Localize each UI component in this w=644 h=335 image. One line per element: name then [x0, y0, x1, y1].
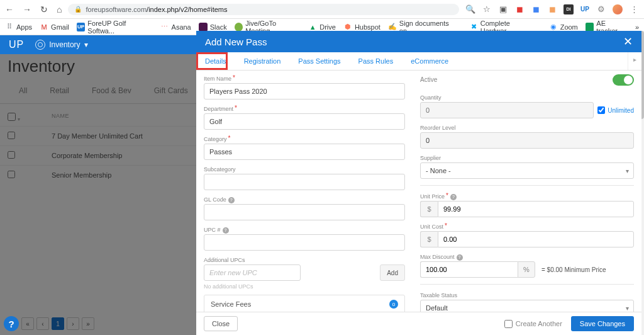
- pagination: « ‹ 1 › »: [21, 317, 94, 330]
- close-icon[interactable]: ✕: [623, 35, 633, 48]
- info-icon[interactable]: ?: [223, 227, 229, 234]
- row-checkbox[interactable]: [8, 171, 15, 178]
- tab-giftcards[interactable]: Gift Cards: [143, 81, 199, 103]
- subcategory-label: Subcategory: [204, 166, 236, 173]
- unit-price-input[interactable]: [438, 201, 634, 217]
- bookmark-gmail[interactable]: MGmail: [40, 23, 69, 31]
- select-all-checkbox[interactable]: [8, 113, 16, 121]
- save-button[interactable]: Save Changes: [571, 316, 634, 331]
- add-pass-modal: Add New Pass ✕ Details Registration Pass…: [196, 31, 641, 335]
- add-upc-button[interactable]: Add: [380, 264, 405, 281]
- unlimited-checkbox[interactable]: [597, 106, 605, 114]
- quantity-label: Quantity: [420, 94, 441, 101]
- inventory-dropdown[interactable]: Inventory ▾: [35, 40, 87, 50]
- max-discount-input[interactable]: [420, 261, 518, 278]
- info-icon[interactable]: ?: [228, 197, 235, 203]
- tab-scroll-right[interactable]: ▸: [628, 52, 641, 70]
- ext-icon-up[interactable]: UP: [580, 4, 590, 14]
- ext-icon-6[interactable]: ⚙: [596, 4, 606, 14]
- tab-retail[interactable]: Retail: [38, 81, 80, 103]
- page-next[interactable]: ›: [67, 317, 79, 330]
- modal-tab-settings[interactable]: Pass Settings: [289, 52, 349, 70]
- active-label: Active: [420, 76, 437, 83]
- ext-icon-3[interactable]: ◼: [531, 4, 541, 14]
- chevron-down-icon: ▾: [84, 40, 88, 49]
- bookmark-slack[interactable]: Slack: [199, 23, 227, 31]
- service-fees-badge: 0: [389, 300, 398, 309]
- gl-code-label: GL Code: [204, 196, 226, 203]
- unit-cost-label: Unit Cost: [420, 224, 443, 230]
- quantity-input[interactable]: [420, 102, 594, 118]
- create-another-checkbox[interactable]: [504, 320, 513, 328]
- unlimited-checkbox-wrap[interactable]: Unlimited: [597, 102, 634, 118]
- ext-icon-4[interactable]: ◼: [547, 4, 557, 14]
- reorder-input[interactable]: [420, 132, 634, 149]
- unit-cost-input[interactable]: [438, 231, 634, 247]
- forward-icon[interactable]: →: [23, 4, 31, 14]
- modal-title: Add New Pass: [205, 37, 267, 47]
- tab-all[interactable]: All: [8, 81, 38, 103]
- url-bar[interactable]: 🔒 foreupsoftware.com/index.php/v2/home#i…: [68, 4, 459, 15]
- taxable-status-select[interactable]: Default: [420, 300, 634, 312]
- select-chevron-icon[interactable]: ▾: [18, 116, 21, 122]
- supplier-select[interactable]: - None -: [420, 162, 634, 179]
- info-icon[interactable]: ?: [457, 254, 463, 261]
- additional-upc-input[interactable]: [204, 264, 301, 281]
- menu-icon[interactable]: ⋮: [629, 4, 639, 14]
- bookmark-apps[interactable]: ⠿Apps: [5, 23, 32, 31]
- back-icon[interactable]: ←: [5, 4, 14, 14]
- modal-tab-details[interactable]: Details: [196, 52, 235, 70]
- search-tab-icon[interactable]: 🔍: [465, 4, 475, 14]
- modal-tab-rules[interactable]: Pass Rules: [350, 52, 402, 70]
- category-input[interactable]: [204, 144, 405, 160]
- row-checkbox[interactable]: [8, 132, 15, 139]
- logo[interactable]: UP: [9, 39, 24, 50]
- currency-symbol: $: [420, 231, 438, 247]
- reorder-label: Reorder Level: [420, 125, 456, 131]
- no-upc-text: No additional UPCs: [204, 283, 405, 290]
- taxable-status-label: Taxable Status: [420, 292, 457, 298]
- bookmark-hubspot[interactable]: ⬢Hubspot: [343, 23, 380, 31]
- lock-icon: 🔒: [74, 6, 82, 13]
- column-header-name: NAME: [52, 113, 69, 122]
- subcategory-input[interactable]: [204, 174, 405, 190]
- star-icon[interactable]: ☆: [482, 4, 492, 14]
- home-icon[interactable]: ⌂: [57, 4, 62, 14]
- service-fees-header[interactable]: Service Fees 0: [204, 295, 404, 312]
- max-discount-label: Max Discount: [420, 254, 455, 260]
- upc-label: UPC #: [204, 227, 221, 233]
- bookmark-foreup[interactable]: UPForeUP Golf Softwa...: [77, 20, 153, 35]
- page-1[interactable]: 1: [52, 317, 64, 330]
- reload-icon[interactable]: ↻: [40, 4, 48, 14]
- row-checkbox[interactable]: [8, 151, 15, 159]
- create-another-wrap[interactable]: Create Another: [504, 320, 562, 328]
- min-price-text: = $0.00 Minimum Price: [541, 266, 606, 273]
- modal-tab-ecommerce[interactable]: eCommerce: [402, 52, 457, 70]
- item-name-input[interactable]: [204, 83, 405, 99]
- other-bookmarks-icon[interactable]: »: [635, 23, 639, 31]
- help-button[interactable]: ?: [4, 316, 19, 331]
- upc-input[interactable]: [204, 234, 405, 251]
- additional-upc-label: Additional UPCs: [204, 257, 245, 263]
- page-last[interactable]: »: [82, 317, 94, 330]
- ext-icon-5[interactable]: DI: [564, 4, 574, 14]
- modal-tab-registration[interactable]: Registration: [235, 52, 290, 70]
- active-toggle[interactable]: [613, 74, 634, 86]
- info-icon[interactable]: ?: [450, 194, 457, 200]
- page-first[interactable]: «: [21, 317, 34, 330]
- bookmark-drive[interactable]: ▲Drive: [308, 23, 336, 31]
- ext-icon-1[interactable]: ▣: [498, 4, 508, 14]
- gl-code-input[interactable]: [204, 204, 405, 220]
- inventory-icon: [35, 40, 45, 50]
- bookmark-asana[interactable]: ⋯Asana: [160, 23, 191, 31]
- department-label: Department: [204, 106, 233, 112]
- item-name-label: Item Name: [204, 76, 231, 82]
- bookmark-zoom[interactable]: ◉Zoom: [549, 23, 578, 31]
- close-button[interactable]: Close: [204, 316, 238, 331]
- tab-food[interactable]: Food & Bev: [80, 81, 143, 103]
- page-prev[interactable]: ‹: [36, 317, 49, 330]
- department-input[interactable]: [204, 113, 405, 130]
- unit-price-label: Unit Price: [420, 193, 445, 200]
- ext-icon-2[interactable]: ◼: [514, 4, 525, 14]
- avatar[interactable]: [613, 4, 623, 14]
